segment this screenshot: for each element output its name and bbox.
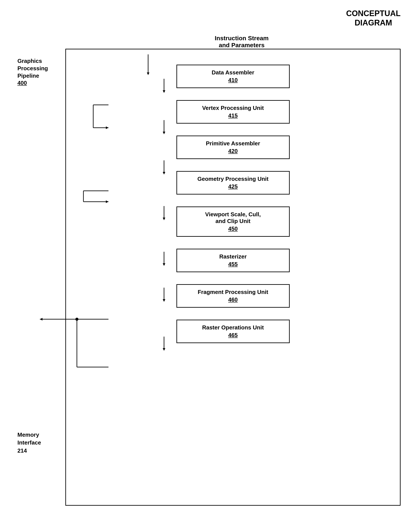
page-title: CONCEPTUAL DIAGRAM [346,9,401,27]
pipeline-label-line2: Processing [17,65,48,72]
memory-interface-label: Memory Interface 214 [17,431,41,454]
block-number-vertex-processing: 415 [181,112,285,119]
block-number-geometry-processing: 425 [181,183,285,190]
block-title-viewport-scale: Viewport Scale, Cull,and Clip Unit [181,211,285,224]
instruction-stream-line1: Instruction Stream [215,35,268,42]
block-raster-operations: Raster Operations Unit 465 [176,320,290,343]
pipeline-container: Graphics Processing Pipeline 400 [17,49,401,506]
block-title-raster-operations: Raster Operations Unit [181,324,285,331]
block-vertex-processing: Vertex Processing Unit 415 [176,100,290,124]
pipeline-label-number: 400 [17,80,27,86]
block-geometry-processing: Geometry Processing Unit 425 [176,171,290,195]
block-title-geometry-processing: Geometry Processing Unit [181,176,285,182]
block-primitive-assembler: Primitive Assembler 420 [176,135,290,159]
memory-interface-line1: Memory [17,432,39,438]
block-title-vertex-processing: Vertex Processing Unit [181,105,285,111]
block-number-rasterizer: 455 [181,261,285,268]
block-viewport-scale: Viewport Scale, Cull,and Clip Unit 450 [176,207,290,237]
block-fragment-processing: Fragment Processing Unit 460 [176,284,290,308]
memory-interface-number: 214 [17,447,27,454]
block-number-raster-operations: 465 [181,332,285,339]
instruction-stream-label: Instruction Stream and Parameters [83,35,401,49]
block-number-data-assembler: 410 [181,77,285,84]
block-title-fragment-processing: Fragment Processing Unit [181,289,285,296]
memory-interface-line2: Interface [17,439,41,446]
pipeline-box: Data Assembler 410 Vertex Processing Uni… [65,49,401,506]
block-number-primitive-assembler: 420 [181,148,285,155]
block-number-fragment-processing: 460 [181,296,285,303]
instruction-stream-line2: and Parameters [219,42,265,48]
blocks-column: Data Assembler 410 Vertex Processing Uni… [72,56,393,352]
title-line1: CONCEPTUAL [346,9,401,18]
diagram-area: Instruction Stream and Parameters Graphi… [17,35,401,506]
page: CONCEPTUAL DIAGRAM Instruction Stream an… [0,0,418,532]
title-line2: DIAGRAM [346,18,401,27]
pipeline-label-line1: Graphics [17,58,42,64]
block-title-data-assembler: Data Assembler [181,69,285,76]
pipeline-label-line3: Pipeline [17,72,39,79]
block-title-primitive-assembler: Primitive Assembler [181,140,285,147]
block-number-viewport-scale: 450 [181,225,285,232]
block-data-assembler: Data Assembler 410 [176,65,290,88]
block-rasterizer: Rasterizer 455 [176,249,290,272]
block-title-rasterizer: Rasterizer [181,253,285,260]
